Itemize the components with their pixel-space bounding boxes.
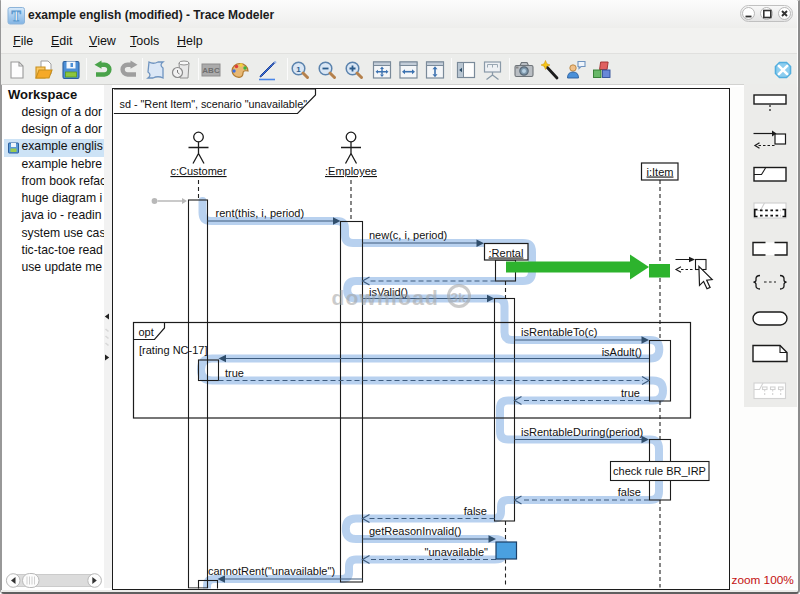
svg-text:check rule BR_IRP: check rule BR_IRP <box>613 465 706 477</box>
svg-text:true: true <box>621 387 640 399</box>
svg-text:"unavailable": "unavailable" <box>425 546 489 558</box>
svg-text::Rental: :Rental <box>489 247 524 259</box>
svg-text:opt: opt <box>139 326 154 338</box>
svg-text:download: download <box>332 286 440 309</box>
svg-text:false: false <box>464 505 487 517</box>
svg-text:getReasonInvalid(): getReasonInvalid() <box>369 525 461 537</box>
svg-text:i:Item: i:Item <box>647 166 674 178</box>
svg-text:c:Customer: c:Customer <box>170 165 227 177</box>
svg-text:true: true <box>225 367 244 379</box>
svg-text:new(c, i, period): new(c, i, period) <box>369 229 447 241</box>
svg-text:3k: 3k <box>450 290 466 305</box>
svg-text:isAdult(): isAdult() <box>602 346 642 358</box>
svg-text:false: false <box>618 486 641 498</box>
svg-text:isRentableDuring(period): isRentableDuring(period) <box>521 426 643 438</box>
svg-text:rent(this, i, period): rent(this, i, period) <box>216 207 305 219</box>
svg-text::Employee: :Employee <box>325 165 377 177</box>
svg-text:isRentableTo(c): isRentableTo(c) <box>521 326 597 338</box>
svg-text:cannotRent("unavailable"): cannotRent("unavailable") <box>208 565 335 577</box>
svg-text:[rating NC-17]: [rating NC-17] <box>139 344 207 356</box>
svg-text:sd - "Rent Item", scenario "un: sd - "Rent Item", scenario "unavailable" <box>120 98 308 110</box>
